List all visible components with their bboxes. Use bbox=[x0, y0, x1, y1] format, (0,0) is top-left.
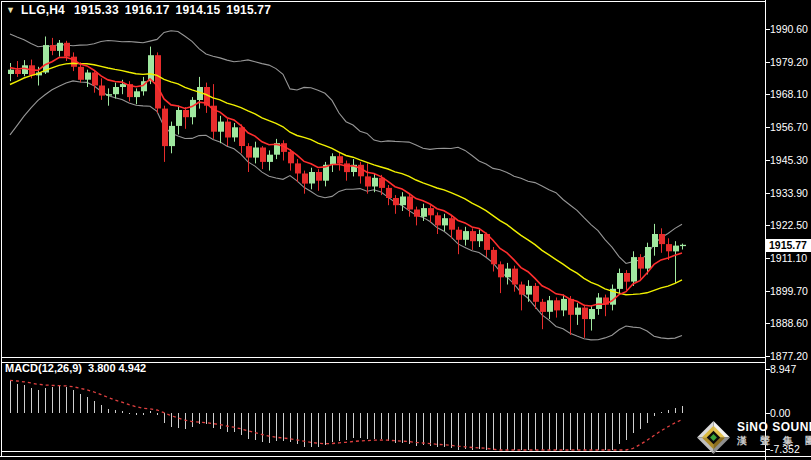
symbol-timeframe-label: LLG,H4 bbox=[21, 3, 65, 17]
candle-up bbox=[547, 296, 553, 319]
candle-down bbox=[225, 119, 231, 146]
macd-axis-tick: 0.00 bbox=[770, 407, 790, 419]
candle-down bbox=[204, 83, 210, 113]
price-axis-tick: 1899.70 bbox=[770, 285, 808, 297]
candle-up bbox=[575, 303, 581, 325]
macd-axis-tick: -7.352 bbox=[770, 443, 800, 455]
candle-up bbox=[43, 37, 49, 75]
bollinger-upper-band-line bbox=[10, 31, 682, 264]
collapse-triangle-icon[interactable]: ▼ bbox=[6, 5, 15, 15]
candle-up bbox=[561, 295, 567, 317]
candle-down bbox=[260, 146, 266, 169]
current-price-tag: 1915.77 bbox=[766, 239, 811, 252]
price-axis-tick: 1990.60 bbox=[770, 23, 808, 35]
candle-down bbox=[302, 171, 308, 194]
candle-down bbox=[358, 162, 364, 184]
candle-up bbox=[274, 139, 280, 159]
price-axis-tick: 1956.70 bbox=[770, 121, 808, 133]
price-axis-tick: 1933.90 bbox=[770, 187, 808, 199]
candle-down bbox=[386, 185, 392, 205]
candle-up bbox=[505, 263, 511, 285]
candle-up bbox=[57, 40, 63, 57]
candle-down bbox=[344, 161, 350, 181]
price-axis-tick: 1888.60 bbox=[770, 317, 808, 329]
ohlc-open-value: 1915.33 bbox=[74, 3, 119, 17]
candle-down bbox=[568, 296, 574, 335]
candle-down bbox=[295, 159, 301, 182]
candle-down bbox=[554, 298, 560, 318]
candle-down bbox=[92, 71, 98, 93]
ohlc-high-value: 1916.17 bbox=[125, 3, 170, 17]
candle-up bbox=[526, 280, 532, 302]
candle-down bbox=[281, 140, 287, 160]
candle-down bbox=[316, 169, 322, 191]
candle-down bbox=[211, 84, 217, 139]
macd-histogram bbox=[11, 381, 683, 450]
candle-up bbox=[442, 214, 448, 231]
candle-up bbox=[218, 116, 224, 143]
candle-up bbox=[421, 204, 427, 221]
price-axis-tick: 1922.50 bbox=[770, 219, 808, 231]
candle-up bbox=[330, 153, 336, 172]
candle-up bbox=[190, 97, 196, 124]
candle-down bbox=[638, 254, 644, 279]
candle-down bbox=[498, 261, 504, 293]
candle-down bbox=[155, 52, 161, 113]
chart-title-bar: ▼LLG,H41915.331916.171914.151915.77 bbox=[6, 3, 277, 17]
candle-down bbox=[519, 282, 525, 311]
candle-down bbox=[393, 195, 399, 214]
candle-up bbox=[134, 88, 140, 104]
candle-up bbox=[169, 122, 175, 154]
candle-up bbox=[463, 227, 469, 246]
candle-up bbox=[232, 123, 238, 142]
candle-down bbox=[428, 205, 434, 222]
price-axis-tick: 1911.10 bbox=[770, 252, 807, 264]
brand-name: SiNO SOUND bbox=[737, 421, 811, 434]
macd-indicator-name: MACD(12,26,9) bbox=[5, 362, 82, 374]
candle-up bbox=[680, 244, 686, 250]
candle-down bbox=[50, 38, 56, 55]
trading-chart-window: ▼LLG,H41915.331916.171914.151915.77 MACD… bbox=[0, 0, 811, 460]
ohlc-low-value: 1914.15 bbox=[176, 3, 221, 17]
candle-down bbox=[99, 78, 105, 100]
candle-down bbox=[365, 163, 371, 193]
macd-indicator-values: 3.800 4.942 bbox=[88, 362, 146, 374]
ohlc-close-value: 1915.77 bbox=[226, 3, 271, 17]
candle-up bbox=[477, 230, 483, 247]
pane-borders bbox=[0, 0, 811, 460]
candle-down bbox=[435, 212, 441, 234]
price-axis-tick: 1968.10 bbox=[770, 88, 808, 100]
candle-down bbox=[603, 295, 609, 317]
candlestick-chart-canvas[interactable] bbox=[0, 0, 811, 460]
candle-up bbox=[176, 106, 182, 135]
candle-up bbox=[589, 306, 595, 331]
candle-down bbox=[414, 207, 420, 226]
candle-up bbox=[148, 47, 154, 85]
diamond-logo-icon bbox=[697, 421, 730, 454]
candle-down bbox=[449, 215, 455, 238]
candle-down bbox=[407, 194, 413, 217]
candle-down bbox=[582, 305, 588, 338]
candle-down bbox=[246, 143, 252, 172]
candle-up bbox=[652, 224, 658, 256]
candle-down bbox=[162, 106, 168, 162]
candle-down bbox=[659, 228, 665, 253]
candle-up bbox=[253, 142, 259, 164]
candle-down bbox=[337, 152, 343, 171]
candle-up bbox=[309, 168, 315, 190]
candle-up bbox=[617, 269, 623, 295]
bollinger-lower-band-line bbox=[10, 81, 682, 340]
price-axis-tick: 1945.30 bbox=[770, 154, 808, 166]
candle-down bbox=[456, 227, 462, 254]
candle-up bbox=[8, 63, 14, 81]
price-axis-tick: 1979.20 bbox=[770, 56, 808, 68]
candle-up bbox=[631, 251, 637, 286]
candles-layer bbox=[8, 37, 686, 338]
macd-indicator-label: MACD(12,26,9)3.800 4.942 bbox=[5, 362, 146, 374]
candle-down bbox=[491, 247, 497, 272]
candle-down bbox=[183, 107, 189, 129]
candle-up bbox=[113, 83, 119, 99]
candle-up bbox=[351, 159, 357, 176]
candle-up bbox=[267, 150, 273, 170]
candle-down bbox=[470, 228, 476, 250]
